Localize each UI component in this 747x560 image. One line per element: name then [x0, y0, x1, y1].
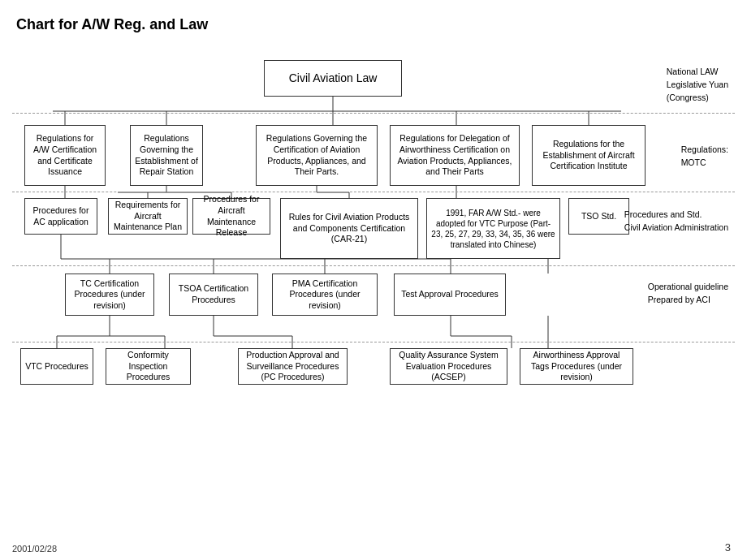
far-aw-box: 1991, FAR A/W Std.- were adopted for VTC… — [426, 198, 560, 259]
divider-3 — [12, 265, 735, 266]
operational-label: Operational guideline Prepared by ACI — [648, 281, 728, 307]
divider-2 — [12, 192, 735, 192]
proc-std-label: Procedures and Std. Civil Aviation Admin… — [624, 209, 728, 235]
test-approval-box: Test Approval Procedures — [394, 274, 506, 316]
footer-page: 3 — [725, 541, 731, 554]
regulations-motc-label: Regulations: MOTC — [681, 144, 728, 170]
civil-aviation-law-box: Civil Aviation Law — [264, 60, 402, 97]
proc-maintenance-box: Procedures for Aircraft Maintenance Rele… — [192, 198, 270, 235]
qa-system-box: Quality Assurance System Evaluation Proc… — [390, 348, 507, 385]
footer-date: 2001/02/28 — [12, 544, 57, 554]
reg-repair-box: Regulations Governing the Establishment … — [130, 125, 203, 186]
production-box: Production Approval and Surveillance Pro… — [238, 348, 348, 385]
reg-cert-products-box: Regulations Governing the Certification … — [256, 125, 378, 186]
divider-1 — [12, 113, 735, 114]
chart-area: Civil Aviation Law Regulations for A/W C… — [12, 48, 735, 519]
conformity-box: Conformity Inspection Procedures — [106, 348, 191, 385]
divider-4 — [12, 342, 735, 342]
vtc-proc-box: VTC Procedures — [20, 348, 93, 385]
tc-cert-box: TC Certification Procedures (under revis… — [65, 274, 154, 316]
reg-aircraft-cert-box: Regulations for the Establishment of Air… — [532, 125, 646, 186]
tso-std-box: TSO Std. — [568, 198, 629, 235]
rules-car21-box: Rules for Civil Aviation Products and Co… — [280, 198, 418, 259]
proc-ac-box: Procedures for AC application — [24, 198, 97, 235]
tsoa-cert-box: TSOA Certification Procedures — [169, 274, 258, 316]
airworthiness-tags-box: Airworthiness Approval Tags Procedures (… — [520, 348, 633, 385]
pma-cert-box: PMA Certification Procedures (under revi… — [272, 274, 378, 316]
req-maintenance-box: Requirements for Aircraft Maintenance Pl… — [108, 198, 188, 235]
page-title: Chart for A/W Reg. and Law — [16, 16, 735, 33]
reg-aw-cert-box: Regulations for A/W Certification and Ce… — [24, 125, 106, 186]
page: Chart for A/W Reg. and Law — [0, 0, 747, 560]
national-law-label: National LAW Legislative Yuan (Congress) — [667, 66, 728, 104]
reg-delegation-box: Regulations for Delegation of Airworthin… — [390, 125, 520, 186]
